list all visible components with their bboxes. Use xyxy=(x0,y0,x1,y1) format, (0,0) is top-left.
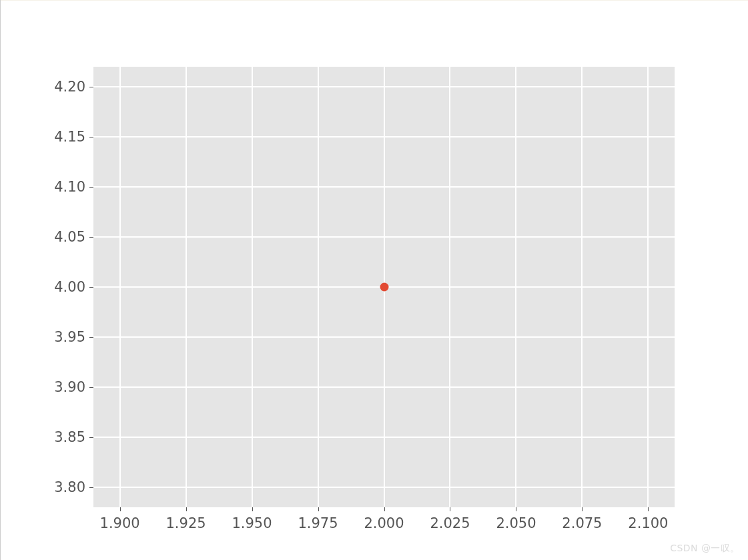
grid-line-horizontal xyxy=(93,186,675,188)
x-tick-label: 2.025 xyxy=(430,515,470,531)
x-tick-label: 1.900 xyxy=(100,515,140,531)
grid-line-horizontal xyxy=(93,487,675,488)
y-tick-label: 3.80 xyxy=(54,479,85,495)
x-tick-mark xyxy=(450,507,450,511)
y-tick-label: 3.90 xyxy=(54,379,85,395)
x-tick-mark xyxy=(318,507,319,511)
grid-line-horizontal xyxy=(93,336,675,338)
grid-line-horizontal xyxy=(93,236,675,238)
x-tick-mark xyxy=(120,507,121,511)
y-tick-mark xyxy=(89,437,93,438)
y-tick-mark xyxy=(89,187,93,188)
x-tick-label: 2.100 xyxy=(628,515,668,531)
y-tick-mark xyxy=(89,337,93,338)
grid-line-horizontal xyxy=(93,136,675,137)
y-tick-mark xyxy=(89,487,93,488)
y-tick-label: 4.15 xyxy=(54,129,85,145)
watermark: CSDN @一叹。 xyxy=(670,543,740,555)
border-top xyxy=(0,0,748,1)
data-point xyxy=(380,283,388,292)
x-tick-mark xyxy=(582,507,583,511)
x-tick-label: 2.075 xyxy=(562,515,602,531)
x-tick-label: 1.950 xyxy=(232,515,272,531)
y-tick-mark xyxy=(89,287,93,288)
y-tick-mark xyxy=(89,387,93,388)
plot-area xyxy=(93,67,675,507)
grid-line-horizontal xyxy=(93,86,675,87)
border-left xyxy=(0,0,1,560)
x-tick-label: 1.975 xyxy=(298,515,338,531)
x-tick-label: 2.050 xyxy=(496,515,536,531)
y-tick-label: 4.05 xyxy=(54,229,85,245)
grid-line-horizontal xyxy=(93,437,675,438)
x-tick-mark xyxy=(516,507,516,511)
y-tick-label: 3.95 xyxy=(54,329,85,345)
y-tick-label: 4.10 xyxy=(54,179,85,195)
y-tick-mark xyxy=(89,137,93,137)
chart-container: 1.9001.9251.9501.9752.0002.0252.0502.075… xyxy=(0,0,748,560)
x-tick-label: 1.925 xyxy=(166,515,206,531)
y-tick-label: 4.20 xyxy=(54,79,85,95)
y-tick-mark xyxy=(89,237,93,238)
x-tick-mark xyxy=(252,507,253,511)
x-tick-mark xyxy=(186,507,187,511)
y-tick-mark xyxy=(89,87,93,87)
grid-line-horizontal xyxy=(93,386,675,388)
y-tick-label: 4.00 xyxy=(54,279,85,295)
x-tick-mark xyxy=(384,507,385,511)
x-tick-mark xyxy=(648,507,649,511)
y-tick-label: 3.85 xyxy=(54,429,85,445)
x-tick-label: 2.000 xyxy=(364,515,404,531)
